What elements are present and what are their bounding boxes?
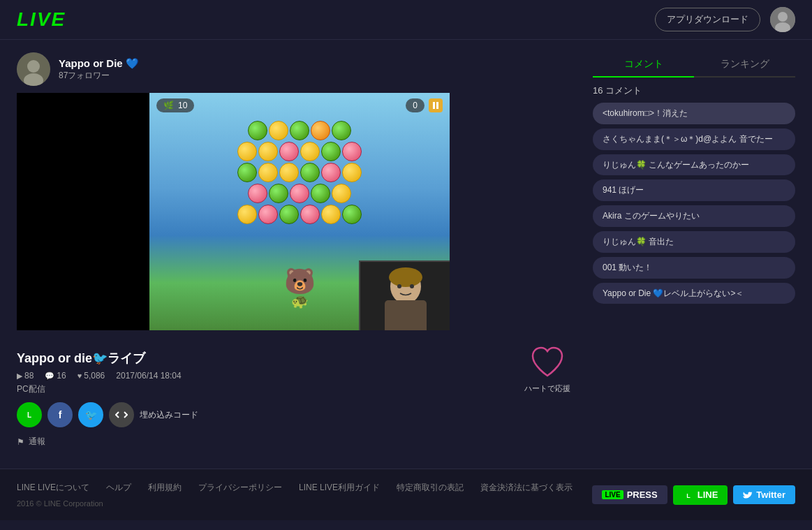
- bubble: [342, 142, 362, 161]
- app-download-button[interactable]: アプリダウンロード: [655, 8, 760, 31]
- line-label: LINE: [697, 489, 718, 500]
- main-content: Yappo or Die 💙 87フォロワー 🌿 10 0: [0, 40, 812, 448]
- tabs: コメント ランキング: [593, 52, 795, 78]
- bubble-row-2: [237, 142, 362, 161]
- bubble: [332, 121, 351, 140]
- footer-link-help[interactable]: ヘルプ: [106, 482, 131, 494]
- bubble: [279, 142, 299, 161]
- list-item: <tokuhirom□>！消えた: [593, 103, 795, 124]
- footer-link-terms[interactable]: 利用規約: [148, 482, 182, 494]
- list-item: 941 ほげー: [593, 179, 795, 201]
- embed-label[interactable]: 埋め込みコード: [140, 409, 198, 421]
- logo: LIVE: [17, 8, 66, 31]
- bubble: [258, 163, 278, 182]
- stream-meta: ▶ 88 💬 16 ♥ 5,086 2017/06/14 18:04: [17, 371, 198, 381]
- twitter-label: Twitter: [756, 489, 785, 500]
- share-twitter-button[interactable]: 🐦: [78, 402, 103, 427]
- report-label: 通報: [29, 436, 45, 448]
- heart-icon: ♥: [77, 371, 82, 380]
- footer-right-buttons: LIVE PRESS L LINE Twitter: [592, 485, 795, 505]
- footer-links: LINE LIVEについて ヘルプ 利用規約 プライバシーポリシー LINE L…: [17, 482, 573, 494]
- bubble-row-1: [248, 121, 351, 140]
- report-row[interactable]: ⚑ 通報: [17, 436, 198, 448]
- bubble: [279, 163, 299, 182]
- bubble: [321, 163, 341, 182]
- svg-point-1: [778, 12, 788, 22]
- list-item: 001 動いた！: [593, 257, 795, 279]
- stream-platform: PC配信: [17, 383, 198, 395]
- svg-text:L: L: [686, 492, 691, 499]
- svg-point-10: [389, 267, 422, 287]
- left-column: Yappo or Die 💙 87フォロワー 🌿 10 0: [17, 52, 579, 448]
- footer-link-privacy[interactable]: プライバシーポリシー: [198, 482, 282, 494]
- shooter-character: 🐻 🐢: [284, 267, 316, 309]
- line-share-footer-button[interactable]: L LINE: [673, 485, 728, 505]
- share-buttons: L f 🐦 埋め込みコード: [17, 402, 198, 427]
- footer-link-about[interactable]: LINE LIVEについて: [17, 482, 89, 494]
- channel-avatar[interactable]: [17, 52, 50, 86]
- share-facebook-button[interactable]: f: [47, 402, 73, 427]
- twitter-icon: 🐦: [85, 409, 97, 420]
- press-label: PRESS: [627, 489, 658, 500]
- bubble: [248, 184, 267, 203]
- bubble: [321, 205, 341, 224]
- live-press-button[interactable]: LIVE PRESS: [592, 485, 667, 504]
- channel-header: Yappo or Die 💙 87フォロワー: [17, 52, 579, 86]
- list-item: りじゅん🍀 音出た: [593, 231, 795, 253]
- user-avatar[interactable]: [770, 7, 795, 32]
- footer-link-trade[interactable]: 特定商取引の表記: [397, 482, 464, 494]
- channel-info: Yappo or Die 💙 87フォロワー: [59, 57, 139, 82]
- bubble: [269, 184, 288, 203]
- svg-rect-7: [436, 102, 438, 109]
- channel-followers: 87フォロワー: [59, 70, 139, 82]
- bubble: [237, 163, 257, 182]
- embed-button[interactable]: [109, 402, 134, 427]
- hud-pause[interactable]: [429, 98, 443, 112]
- footer-copyright: 2016 © LINE Corporation: [17, 499, 573, 508]
- bubble: [248, 121, 267, 140]
- comments-list: <tokuhirom□>！消えた さくちゃんまま(＊＞ω＊)d@よよん 音でたー…: [593, 103, 795, 304]
- bubble: [342, 163, 362, 182]
- footer-bottom: LINE LIVEについて ヘルプ 利用規約 プライバシーポリシー LINE L…: [17, 482, 795, 508]
- heart-count-meta: ♥ 5,086: [77, 371, 105, 381]
- bubble: [258, 205, 278, 224]
- bubble-row-5: [237, 205, 362, 224]
- right-column: コメント ランキング 16 コメント <tokuhirom□>！消えた さくちゃ…: [579, 52, 795, 448]
- hud-level: 🌿 10: [156, 98, 194, 112]
- bubble: [311, 184, 330, 203]
- bubble: [290, 184, 309, 203]
- footer: LINE LIVEについて ヘルプ 利用規約 プライバシーポリシー LINE L…: [0, 469, 812, 520]
- footer-left: LINE LIVEについて ヘルプ 利用規約 プライバシーポリシー LINE L…: [17, 482, 573, 508]
- heart-button[interactable]: [526, 341, 568, 383]
- bubble-row-4: [248, 184, 351, 203]
- header-right: アプリダウンロード: [655, 7, 795, 32]
- bubble: [237, 142, 257, 161]
- svg-text:L: L: [27, 411, 31, 419]
- stream-date: 2017/06/14 18:04: [116, 371, 181, 381]
- heart-column: ハートで応援: [516, 340, 579, 394]
- line-icon: L: [683, 489, 694, 501]
- footer-link-guide[interactable]: LINE LIVE利用ガイド: [299, 482, 380, 494]
- tab-ranking[interactable]: ランキング: [694, 52, 795, 76]
- flag-icon: ⚑: [17, 437, 24, 447]
- facebook-icon: f: [59, 409, 62, 420]
- bubbles-area: [149, 121, 450, 224]
- hud-right: 0: [406, 98, 443, 112]
- share-line-button[interactable]: L: [17, 402, 42, 427]
- hud-score: 0: [406, 98, 425, 112]
- list-item: Akira このゲームやりたい: [593, 205, 795, 227]
- view-count: ▶ 88: [17, 371, 34, 381]
- footer-link-finance[interactable]: 資金決済法に基づく表示: [480, 482, 573, 494]
- bubble: [290, 121, 309, 140]
- svg-point-13: [410, 284, 414, 288]
- list-item: Yappo or Die 💙レベル上がらない>＜: [593, 283, 795, 304]
- tab-comments[interactable]: コメント: [593, 52, 694, 78]
- bubble: [311, 121, 330, 140]
- video-container: 🌿 10 0: [17, 93, 450, 330]
- channel-name: Yappo or Die 💙: [59, 57, 139, 70]
- twitter-icon: [743, 491, 753, 499]
- bubble: [321, 142, 341, 161]
- comment-icon: 💬: [45, 371, 54, 381]
- game-hud: 🌿 10 0: [149, 98, 450, 112]
- twitter-share-footer-button[interactable]: Twitter: [733, 485, 795, 504]
